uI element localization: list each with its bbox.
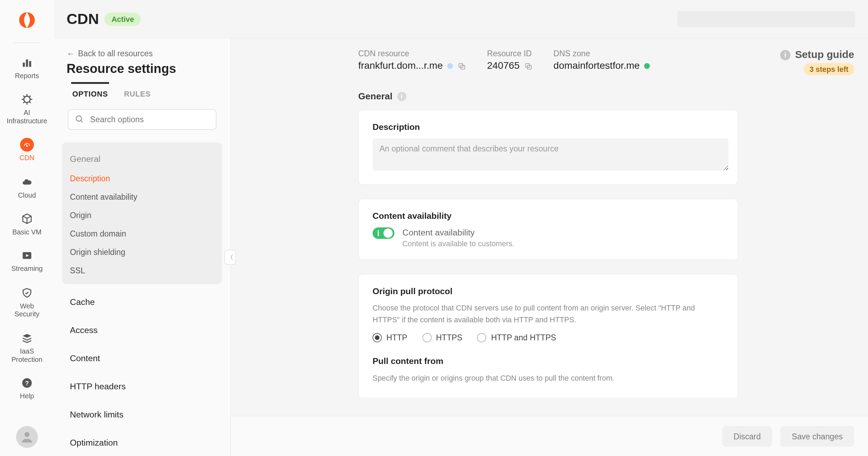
info-circle-icon: i: [780, 50, 791, 60]
card-heading: Origin pull protocol: [373, 286, 724, 296]
rail-item-help[interactable]: ? Help: [0, 372, 54, 408]
nav-sub-origin[interactable]: Origin: [62, 206, 222, 225]
nav-group-general: General Description Content availability…: [62, 142, 222, 284]
back-link[interactable]: ← Back to all resources: [54, 39, 230, 60]
setup-guide-link[interactable]: Setup guide: [795, 49, 854, 61]
chip-icon: [20, 93, 34, 107]
toggle-title: Content availability: [402, 227, 515, 237]
rail-item-cdn[interactable]: CDN: [0, 133, 54, 170]
copy-icon[interactable]: [524, 62, 533, 71]
rail-item-ai-infra[interactable]: AI Infrastructure: [0, 88, 54, 133]
status-dot-icon: [448, 63, 453, 69]
card-sub: Choose the protocol that CDN servers use…: [373, 302, 724, 325]
svg-rect-1: [26, 59, 28, 67]
nav-sub-description[interactable]: Description: [62, 169, 222, 188]
icon-rail: Reports AI Infrastructure CDN Cloud Basi…: [0, 0, 54, 456]
rail-item-web-security[interactable]: Web Security: [0, 281, 54, 326]
save-button[interactable]: Save changes: [780, 426, 854, 447]
rail-label: IaaS Protection: [11, 347, 42, 364]
info-label: CDN resource: [358, 49, 466, 58]
section-title-general: General: [358, 91, 393, 102]
card-origin-protocol: Origin pull protocol Choose the protocol…: [358, 274, 738, 398]
svg-text:?: ?: [25, 380, 29, 387]
rail-label: CDN: [19, 154, 34, 162]
copy-icon[interactable]: [458, 62, 466, 71]
info-circle-icon[interactable]: i: [397, 92, 406, 101]
rail-label: Help: [20, 392, 34, 401]
nav-head-content[interactable]: Content: [62, 347, 222, 368]
info-value: domainfortestfor.me: [553, 60, 640, 72]
nav-sub-custom-domain[interactable]: Custom domain: [62, 224, 222, 243]
shield-icon: [20, 286, 34, 300]
info-cdn-resource: CDN resource frankfurt.dom...r.me: [358, 49, 466, 72]
description-textarea[interactable]: [373, 138, 728, 171]
rail-label: Streaming: [11, 265, 42, 273]
arrow-left-icon: ←: [67, 49, 75, 58]
card-heading: Pull content from: [373, 356, 724, 366]
svg-rect-2: [29, 61, 31, 67]
gauge-icon: [20, 138, 34, 152]
bar-chart-icon: [20, 56, 34, 69]
info-label: DNS zone: [553, 49, 650, 58]
tab-options[interactable]: OPTIONS: [71, 82, 109, 104]
rail-item-reports[interactable]: Reports: [0, 51, 54, 88]
layers-icon: [20, 331, 34, 345]
search-input[interactable]: [68, 109, 216, 130]
rail-item-streaming[interactable]: Streaming: [0, 244, 54, 281]
resource-info-header: CDN resource frankfurt.dom...r.me Resour…: [231, 39, 868, 82]
card-heading: Content availability: [373, 211, 724, 221]
availability-toggle[interactable]: [373, 227, 394, 239]
rail-item-basic-vm[interactable]: Basic VM: [0, 207, 54, 244]
toggle-on-indicator-icon: [378, 230, 379, 236]
rail-item-iaas-protection[interactable]: IaaS Protection: [0, 326, 54, 372]
status-dot-icon: [644, 63, 650, 69]
topbar: CDN Active: [54, 0, 868, 38]
card-heading: Description: [373, 122, 724, 132]
collapse-sidebar-button[interactable]: 〈: [224, 250, 236, 265]
cube-icon: [20, 212, 34, 226]
nav-head-optimization[interactable]: Optimization: [62, 432, 222, 453]
nav-head-network-limits[interactable]: Network limits: [62, 404, 222, 425]
chevron-left-icon: 〈: [227, 253, 233, 262]
settings-heading: Resource settings: [54, 60, 230, 83]
rail-label: Cloud: [18, 191, 36, 199]
radio-label: HTTP and HTTPS: [491, 333, 556, 342]
nav-sub-origin-shielding[interactable]: Origin shielding: [62, 243, 222, 261]
toggle-desc: Content is available to customers.: [402, 239, 515, 248]
page-title: CDN: [67, 10, 99, 28]
svg-point-8: [25, 432, 30, 437]
nav-head-cache[interactable]: Cache: [62, 291, 222, 312]
svg-rect-0: [23, 63, 25, 67]
rail-label: Reports: [15, 72, 39, 80]
brand-logo[interactable]: [17, 10, 37, 30]
rail-item-cloud[interactable]: Cloud: [0, 170, 54, 207]
search-icon: [75, 114, 84, 126]
rail-divider: [14, 42, 40, 43]
avatar[interactable]: [16, 426, 38, 448]
settings-tabs: OPTIONS RULES: [54, 83, 230, 105]
settings-sidebar: ← Back to all resources Resource setting…: [54, 39, 231, 456]
help-icon: ?: [20, 376, 34, 390]
rail-label: Web Security: [15, 302, 40, 318]
info-value: 240765: [487, 60, 520, 72]
nav-sub-ssl[interactable]: SSL: [62, 261, 222, 280]
card-sub: Specify the origin or origins group that…: [373, 373, 724, 384]
status-badge: Active: [105, 13, 141, 26]
card-availability: Content availability Content availabilit…: [358, 199, 738, 260]
info-value: frankfurt.dom...r.me: [358, 60, 443, 72]
radio-icon: [477, 333, 486, 342]
radio-http-and-https[interactable]: HTTP and HTTPS: [477, 333, 556, 342]
nav-head-access[interactable]: Access: [62, 319, 222, 340]
tab-rules[interactable]: RULES: [123, 82, 152, 104]
nav-sub-availability[interactable]: Content availability: [62, 188, 222, 206]
nav-head-general[interactable]: General: [62, 148, 222, 169]
discard-button[interactable]: Discard: [722, 426, 773, 447]
radio-https[interactable]: HTTPS: [422, 333, 462, 342]
footer: Discard Save changes: [231, 416, 868, 456]
radio-icon: [422, 333, 431, 342]
nav-head-http-headers[interactable]: HTTP headers: [62, 375, 222, 397]
radio-icon: [373, 333, 382, 342]
radio-http[interactable]: HTTP: [373, 333, 407, 342]
toggle-knob-icon: [383, 229, 392, 238]
radio-label: HTTPS: [436, 333, 462, 342]
